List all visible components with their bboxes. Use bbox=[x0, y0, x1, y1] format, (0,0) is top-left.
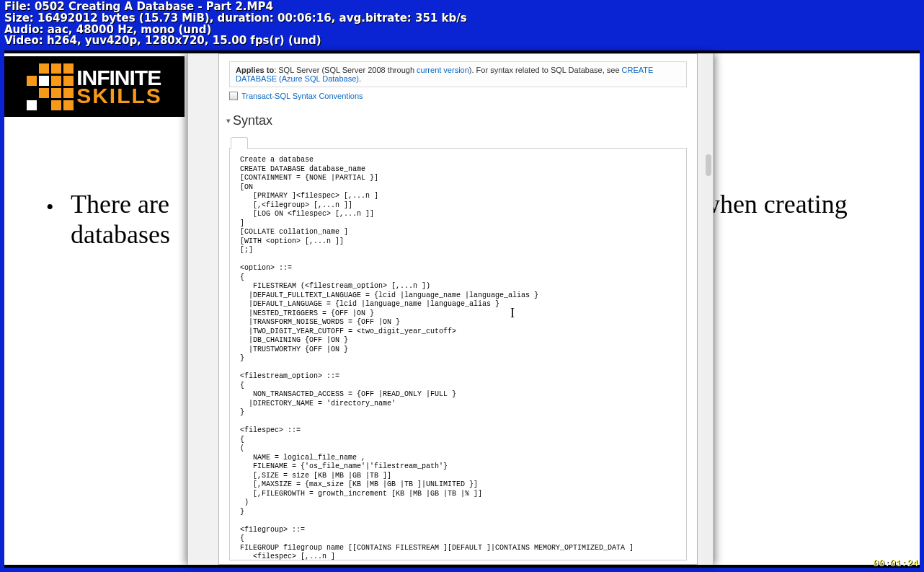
applies-body1: : SQL Server (SQL Server 2008 through bbox=[274, 66, 417, 74]
brand-logo: INFINITE SKILLS bbox=[4, 56, 185, 117]
code-tab-strip bbox=[229, 136, 687, 149]
applies-tail: . bbox=[359, 74, 361, 83]
applies-label: Applies to bbox=[236, 66, 274, 74]
bullet-line1-right: when creating bbox=[701, 190, 848, 219]
logo-text-2: SKILLS bbox=[76, 87, 162, 105]
logo-squares-icon bbox=[27, 63, 74, 110]
applies-link-current-version[interactable]: current version bbox=[417, 66, 469, 74]
bullet-dot-icon: • bbox=[46, 195, 54, 219]
bullet-line1-left: There are bbox=[71, 190, 169, 219]
document-icon bbox=[229, 92, 238, 100]
doc-scrollbar[interactable] bbox=[703, 53, 713, 565]
documentation-page: Applies to: SQL Server (SQL Server 2008 … bbox=[218, 53, 698, 565]
applies-to-box: Applies to: SQL Server (SQL Server 2008 … bbox=[229, 61, 687, 87]
syntax-code-block[interactable]: Create a database CREATE DATABASE databa… bbox=[229, 148, 687, 560]
slide-background: INFINITE SKILLS • There are when creatin… bbox=[4, 53, 920, 565]
conventions-link-row[interactable]: Transact-SQL Syntax Conventions bbox=[229, 92, 687, 100]
doc-scrollbar-thumb[interactable] bbox=[706, 154, 711, 176]
video-line: Video: h264, yuv420p, 1280x720, 15.00 fp… bbox=[4, 35, 467, 47]
video-frame: INFINITE SKILLS • There are when creatin… bbox=[4, 50, 920, 568]
media-info-overlay: File: 0502 Creating A Database - Part 2.… bbox=[4, 1, 467, 47]
documentation-window[interactable]: Applies to: SQL Server (SQL Server 2008 … bbox=[187, 53, 714, 565]
syntax-heading[interactable]: Syntax bbox=[226, 113, 687, 128]
conventions-link[interactable]: Transact-SQL Syntax Conventions bbox=[241, 92, 363, 100]
timestamp-overlay: 00:01:24 bbox=[874, 558, 918, 569]
code-tab[interactable] bbox=[231, 137, 248, 149]
applies-body2: ). For syntax related to SQL Database, s… bbox=[469, 66, 622, 74]
text-cursor-icon: I bbox=[510, 306, 515, 321]
